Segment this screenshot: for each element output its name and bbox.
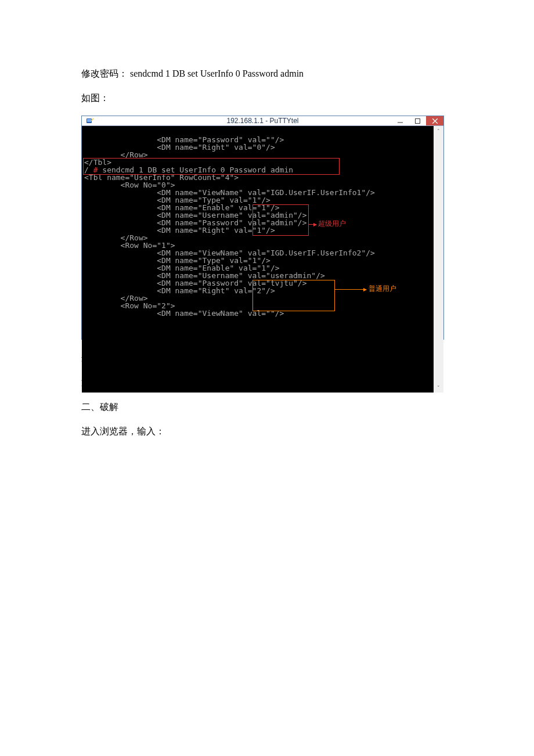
svg-rect-1 bbox=[87, 119, 91, 122]
window-title: 192.168.1.1 - PuTTYtel bbox=[82, 117, 443, 125]
command-text: sendcmd 1 DB set UserInfo 0 Password adm… bbox=[130, 69, 304, 78]
minimize-button[interactable] bbox=[391, 116, 409, 125]
chevron-down-icon: ˅ bbox=[437, 385, 440, 391]
chevron-up-icon: ˄ bbox=[437, 128, 440, 134]
scroll-track[interactable] bbox=[434, 136, 443, 383]
paragraph-browser: 进入浏览器，输入： bbox=[81, 424, 453, 438]
terminal-area: <DM name="Password" val=""/> <DM name="R… bbox=[82, 126, 443, 393]
scroll-down-button[interactable]: ˅ bbox=[434, 383, 443, 393]
text-label: 修改密码： bbox=[81, 69, 130, 78]
putty-icon bbox=[85, 116, 95, 125]
titlebar: 192.168.1.1 - PuTTYtel bbox=[82, 116, 443, 126]
heading-section-2: 二、破解 bbox=[81, 400, 453, 414]
annotation-normal-user: 普通用户 bbox=[369, 285, 396, 292]
paragraph-change-password: 修改密码： sendcmd 1 DB set UserInfo 0 Passwo… bbox=[81, 67, 453, 81]
term-line: <DM name="ViewName" val=""/> bbox=[84, 309, 284, 318]
scroll-up-button[interactable]: ˄ bbox=[434, 126, 443, 136]
close-button[interactable] bbox=[426, 116, 443, 125]
arrow-normal bbox=[334, 289, 366, 290]
paragraph-as-shown: 如图： bbox=[81, 91, 453, 105]
arrow-super bbox=[308, 224, 316, 225]
annotation-super-user: 超级用户 bbox=[318, 220, 346, 227]
scrollbar[interactable]: ˄ ˅ bbox=[434, 126, 443, 393]
svg-rect-3 bbox=[415, 118, 420, 123]
putty-window: 192.168.1.1 - PuTTYtel <DM name="Passwor… bbox=[81, 116, 444, 340]
terminal-output[interactable]: <DM name="Password" val=""/> <DM name="R… bbox=[82, 126, 434, 393]
window-buttons bbox=[391, 116, 443, 125]
maximize-button[interactable] bbox=[409, 116, 426, 125]
document-page: 修改密码： sendcmd 1 DB set UserInfo 0 Passwo… bbox=[0, 0, 534, 756]
